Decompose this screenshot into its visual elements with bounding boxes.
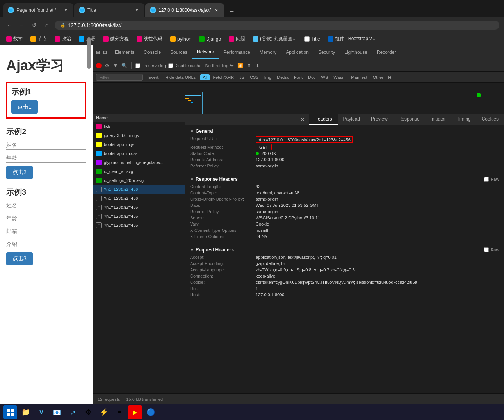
req-item-ajax4[interactable]: □ ?n1=123&n2=456 (93, 212, 185, 221)
filter-xhr[interactable]: Fetch/XHR (210, 74, 236, 80)
v-app-button[interactable]: V (34, 405, 48, 419)
click2-button[interactable]: 点击2 (6, 166, 33, 179)
record-button[interactable] (96, 63, 102, 68)
tab-lighthouse[interactable]: Lighthouse (340, 46, 372, 58)
search-button[interactable]: 🔍 (121, 62, 127, 69)
tab-security[interactable]: Security (313, 46, 340, 58)
settings-button[interactable]: ⚙ (81, 405, 95, 419)
filter-media[interactable]: Media (274, 74, 291, 80)
elements-toggle-icon[interactable]: ⊞ (96, 50, 100, 55)
disable-cache-checkbox[interactable] (168, 63, 173, 68)
req-item-svg1[interactable]: ic_clear_all.svg (93, 167, 185, 176)
home-button[interactable]: ⌂ (42, 20, 52, 30)
lightning-button[interactable]: ⚡ (97, 405, 111, 419)
bookmark-1[interactable]: 数学 (3, 35, 26, 43)
example2-name-input[interactable] (6, 140, 86, 150)
bookmark-8[interactable]: Django (196, 36, 224, 43)
req-item-font[interactable]: glyphicons-halflings-regular.w... (93, 158, 185, 167)
details-tab-timing[interactable]: Timing (451, 114, 476, 125)
filter-doc[interactable]: Doc (306, 74, 318, 80)
filter-manifest[interactable]: Manifest (349, 74, 370, 80)
details-close-button[interactable]: ✕ (296, 114, 309, 125)
click3-button[interactable]: 点击3 (6, 252, 33, 265)
click1-button[interactable]: 点击1 (11, 100, 38, 114)
filter-css[interactable]: CSS (248, 74, 261, 80)
req-item-svg2[interactable]: ic_settings_20px.svg (93, 176, 185, 185)
req-item-ajax3[interactable]: □ ?n1=123&n2=456 (93, 203, 185, 212)
filter-more[interactable]: H (388, 75, 391, 80)
tab-1[interactable]: 🌐 Page not found at / ✕ (3, 3, 73, 17)
req-item-ajax5[interactable]: □ ?n1=123&n2=456 (93, 221, 185, 230)
filter-ws[interactable]: WS (319, 74, 331, 80)
details-tab-payload[interactable]: Payload (338, 114, 365, 125)
filter-toggle[interactable]: ▼ (112, 62, 119, 69)
filter-js[interactable]: JS (237, 74, 247, 80)
clear-button[interactable]: ⊘ (104, 62, 110, 69)
example3-email-input[interactable] (6, 226, 86, 236)
example3-name-input[interactable] (6, 201, 86, 210)
filter-input[interactable] (96, 74, 143, 81)
req-item-bootstrap-js[interactable]: bootstrap.min.js (93, 140, 185, 149)
arrow-app-button[interactable]: ↗ (66, 405, 80, 419)
tab-3-close-icon[interactable]: ✕ (213, 7, 219, 13)
filter-img[interactable]: Img (262, 74, 274, 80)
example3-age-input[interactable] (6, 214, 86, 223)
example2-age-input[interactable] (6, 153, 86, 163)
tab-1-close-icon[interactable]: ✕ (62, 7, 69, 13)
request-raw-checkbox[interactable] (484, 247, 489, 252)
bookmark-9[interactable]: 问题 (226, 35, 248, 43)
tab-2-close-icon[interactable]: ✕ (134, 7, 140, 13)
tab-sources[interactable]: Sources (166, 46, 192, 58)
new-tab-button[interactable]: + (226, 6, 237, 17)
req-item-ajax2[interactable]: □ ?n1=123&n2=456 (93, 194, 185, 203)
bookmark-3[interactable]: 政治 (52, 35, 74, 43)
bookmark-6[interactable]: 线性代码 (134, 35, 166, 43)
tab-console[interactable]: Console (139, 46, 166, 58)
pc-button[interactable]: 🖥 (112, 405, 126, 419)
start-button[interactable] (3, 405, 17, 419)
chrome-button[interactable]: 🔵 (144, 405, 158, 419)
example3-intro-input[interactable] (6, 239, 86, 249)
tab-memory[interactable]: Memory (255, 46, 281, 58)
tab-2[interactable]: 🌐 Title ✕ (74, 3, 144, 17)
tab-performance[interactable]: Performance (219, 46, 255, 58)
explorer-button[interactable]: 📁 (19, 405, 33, 419)
bookmark-11[interactable]: Title (301, 36, 323, 43)
scrollbar-handle[interactable] (87, 45, 91, 69)
bookmark-10[interactable]: (谷歌) 浏览器查... (250, 35, 299, 43)
forward-button[interactable]: → (17, 20, 27, 30)
throttle-select[interactable]: No throttling (204, 63, 235, 68)
bookmark-4[interactable]: 英语 (76, 35, 98, 43)
tab-recorder[interactable]: Recorder (372, 46, 401, 58)
mail-button[interactable]: 📧 (50, 405, 64, 419)
invert-filter-btn[interactable]: Invert (145, 74, 161, 80)
upload-icon[interactable]: ⬆ (246, 62, 252, 69)
details-tab-headers[interactable]: Headers (309, 114, 337, 125)
details-tab-cookies[interactable]: Cookies (476, 114, 504, 125)
hide-data-urls-btn[interactable]: Hide data URLs (163, 74, 198, 80)
req-item-bootstrap-css[interactable]: bootstrap.min.css (93, 149, 185, 158)
tab-elements[interactable]: Elements (110, 46, 139, 58)
wifi-icon[interactable]: 📶 (237, 62, 244, 69)
response-raw-checkbox[interactable] (484, 177, 489, 182)
inspect-icon[interactable]: ⊡ (103, 50, 107, 55)
back-button[interactable]: ← (5, 20, 14, 30)
req-item-ajax1[interactable]: □ ?n1=123&n2=456 (93, 185, 185, 194)
filter-wasm[interactable]: Wasm (331, 74, 348, 80)
bookmark-5[interactable]: 微分方程 (100, 35, 132, 43)
player-button[interactable]: ▶ (128, 405, 142, 419)
tab-application[interactable]: Application (281, 46, 313, 58)
req-item-list[interactable]: list/ (93, 122, 185, 131)
tab-network[interactable]: Network (192, 46, 219, 59)
tab-3[interactable]: 🌐 127.0.0.1:8000/task/ajax/ ✕ (145, 3, 224, 17)
bookmark-12[interactable]: 组件 · Bootstrap v... (325, 35, 379, 43)
bookmark-2[interactable]: 节点 (27, 35, 50, 43)
filter-all[interactable]: All (200, 74, 210, 80)
details-tab-response[interactable]: Response (393, 114, 425, 125)
filter-other[interactable]: Other (370, 74, 386, 80)
bookmark-7[interactable]: python (167, 36, 194, 43)
filter-font[interactable]: Font (292, 74, 305, 80)
reload-button[interactable]: ↺ (30, 20, 39, 30)
preserve-log-checkbox[interactable] (135, 63, 140, 68)
address-bar[interactable]: 🔒 127.0.0.1:8000/task/list/ (55, 21, 499, 30)
